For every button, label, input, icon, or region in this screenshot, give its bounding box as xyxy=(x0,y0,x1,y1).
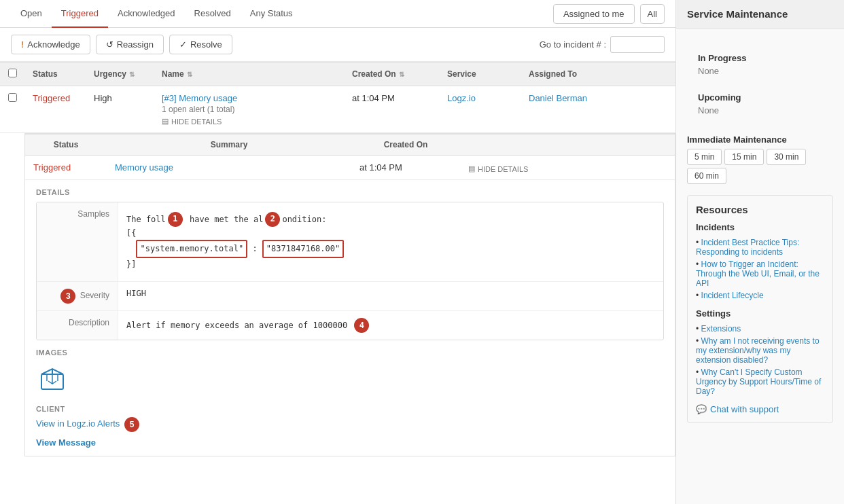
incident-number-input[interactable] xyxy=(610,36,665,53)
select-all-checkbox[interactable] xyxy=(8,69,17,77)
maint-30min-btn[interactable]: 30 min xyxy=(767,149,806,165)
details-grid: Samples The foll1 have met the al2onditi… xyxy=(36,202,664,340)
header-service: Service xyxy=(439,62,521,86)
settings-link-2[interactable]: Why am I not receiving events to my exte… xyxy=(696,336,820,365)
header-checkbox-col xyxy=(0,62,24,86)
sub-header-summary: Summary xyxy=(107,134,351,156)
row-status: Triggered xyxy=(24,86,86,133)
maint-15min-btn[interactable]: 15 min xyxy=(724,149,764,165)
row-select-checkbox[interactable] xyxy=(8,93,17,102)
step-badge-4: 4 xyxy=(354,318,369,333)
incident-link-2[interactable]: How to Trigger an Incident: Through the … xyxy=(696,259,820,288)
action-toolbar: ! Acknowledge ↺ Reassign ✓ Resolve Go to… xyxy=(0,28,675,62)
header-assigned-to: Assigned To xyxy=(521,62,675,86)
maint-60min-btn[interactable]: 60 min xyxy=(687,168,726,184)
sub-header-status: Status xyxy=(25,134,107,156)
tab-resolved[interactable]: Resolved xyxy=(185,0,241,28)
upcoming-value: None xyxy=(698,105,822,115)
exclamation-icon: ! xyxy=(21,39,24,50)
row-service: Logz.io xyxy=(439,86,521,133)
incidents-section-label: Incidents xyxy=(696,222,824,232)
sidebar-title: Service Maintenance xyxy=(687,8,833,20)
description-value: Alert if memory exceeds an average of 10… xyxy=(118,311,663,340)
severity-row: 3 Severity HIGH xyxy=(37,282,663,311)
immediate-maint-section: Immediate Maintenance 5 min 15 min 30 mi… xyxy=(687,118,833,184)
all-button[interactable]: All xyxy=(640,4,665,24)
chat-icon: 💬 xyxy=(696,404,707,414)
sidebar-content: In Progress None Upcoming None Immediate… xyxy=(687,29,833,423)
sub-table-header: Status Summary Created On xyxy=(25,134,675,156)
chat-support-link[interactable]: 💬 Chat with support xyxy=(696,404,824,414)
incident-name-link[interactable]: [#3] Memory usage xyxy=(162,93,237,103)
severity-value: HIGH xyxy=(118,282,663,310)
details-expanded-section: Status Summary Created On Triggered Memo… xyxy=(24,133,675,456)
samples-row: Samples The foll1 have met the al2onditi… xyxy=(37,202,663,282)
tab-triggered[interactable]: Triggered xyxy=(52,0,108,28)
upcoming-label: Upcoming xyxy=(698,92,822,103)
description-key: Description xyxy=(37,311,118,340)
maint-buttons-group: 5 min 15 min 30 min 60 min xyxy=(687,149,833,184)
upcoming-section: Upcoming None xyxy=(687,79,833,115)
tab-any-status[interactable]: Any Status xyxy=(241,0,302,28)
maint-5min-btn[interactable]: 5 min xyxy=(687,149,722,165)
resources-box: Resources Incidents Incident Best Practi… xyxy=(687,195,833,423)
box-image-icon xyxy=(36,362,69,395)
samples-code: The foll1 have met the al2ondition: [{ "… xyxy=(126,209,655,274)
images-label: IMAGES xyxy=(36,348,664,357)
row-urgency: High xyxy=(86,86,154,133)
sub-hide-icon: ▤ xyxy=(468,164,475,173)
header-created-on[interactable]: Created On ⇅ xyxy=(344,62,439,86)
table-header-row: Status Urgency ⇅ Name ⇅ Created On ⇅ Ser xyxy=(0,62,675,86)
sub-header-actions xyxy=(460,134,675,156)
immediate-label: Immediate Maintenance xyxy=(687,134,833,145)
sub-row-hide[interactable]: ▤ HIDE DETAILS xyxy=(460,156,675,180)
view-message-link[interactable]: View Message xyxy=(36,437,664,448)
tab-open[interactable]: Open xyxy=(11,0,52,28)
details-section-label: DETAILS xyxy=(36,188,664,196)
row-name: [#3] Memory usage 1 open alert (1 total)… xyxy=(154,86,344,133)
settings-link-1[interactable]: Extensions xyxy=(701,324,741,334)
incident-link-1[interactable]: Incident Best Practice Tips: Responding … xyxy=(696,238,799,257)
reassign-button[interactable]: ↺ Reassign xyxy=(96,35,164,54)
sub-hide-details-btn[interactable]: ▤ HIDE DETAILS xyxy=(468,164,667,173)
assigned-person-link[interactable]: Daniel Berman xyxy=(529,93,587,103)
alert-sub-table: Status Summary Created On Triggered Memo… xyxy=(25,134,675,180)
step-badge-5: 5 xyxy=(124,417,139,432)
code-key-highlight: "system.memory.total" xyxy=(136,240,247,258)
list-item: Incident Best Practice Tips: Responding … xyxy=(696,236,824,258)
sub-row-created: at 1:04 PM xyxy=(351,156,460,180)
resources-title: Resources xyxy=(696,204,824,215)
resolve-button[interactable]: ✓ Resolve xyxy=(169,35,232,54)
list-item: Why am I not receiving events to my exte… xyxy=(696,335,824,366)
reassign-icon: ↺ xyxy=(106,39,113,50)
row-created-on: at 1:04 PM xyxy=(344,86,439,133)
tab-acknowledged[interactable]: Acknowledged xyxy=(108,0,185,28)
sidebar: Service Maintenance In Progress None Upc… xyxy=(675,0,844,504)
acknowledge-button[interactable]: ! Acknowledge xyxy=(11,35,90,54)
incident-link-3[interactable]: Incident Lifecycle xyxy=(701,291,764,300)
samples-value: The foll1 have met the al2ondition: [{ "… xyxy=(118,202,663,281)
hide-details-btn[interactable]: ▤ HIDE DETAILS xyxy=(162,117,336,126)
check-icon: ✓ xyxy=(179,39,187,50)
header-urgency[interactable]: Urgency ⇅ xyxy=(86,62,154,86)
in-progress-label: In Progress xyxy=(698,53,822,63)
sort-created-icon: ⇅ xyxy=(399,71,404,78)
service-link[interactable]: Logz.io xyxy=(447,93,476,103)
client-section: CLIENT View in Logz.io Alerts 5 View Mes… xyxy=(36,405,664,448)
assigned-to-me-button[interactable]: Assigned to me xyxy=(553,4,635,24)
code-val-highlight: "8371847168.00" xyxy=(262,240,344,258)
sub-row-status: Triggered xyxy=(25,156,107,180)
list-item: How to Trigger an Incident: Through the … xyxy=(696,258,824,289)
client-label: CLIENT xyxy=(36,405,664,413)
row-checkbox[interactable] xyxy=(0,86,24,133)
header-name[interactable]: Name ⇅ xyxy=(154,62,344,86)
hide-details-icon: ▤ xyxy=(162,117,169,126)
images-section: IMAGES xyxy=(36,348,664,397)
in-progress-value: None xyxy=(698,66,822,76)
sort-name-icon: ⇅ xyxy=(187,71,192,78)
client-view-link[interactable]: View in Logz.io Alerts 5 xyxy=(36,418,141,429)
sub-row-summary-link[interactable]: Memory usage xyxy=(115,162,173,173)
tabs-bar: Open Triggered Acknowledged Resolved Any… xyxy=(0,0,675,28)
settings-link-3[interactable]: Why Can't I Specify Custom Urgency by Su… xyxy=(696,367,821,396)
go-to-incident: Go to incident # : xyxy=(540,36,665,53)
